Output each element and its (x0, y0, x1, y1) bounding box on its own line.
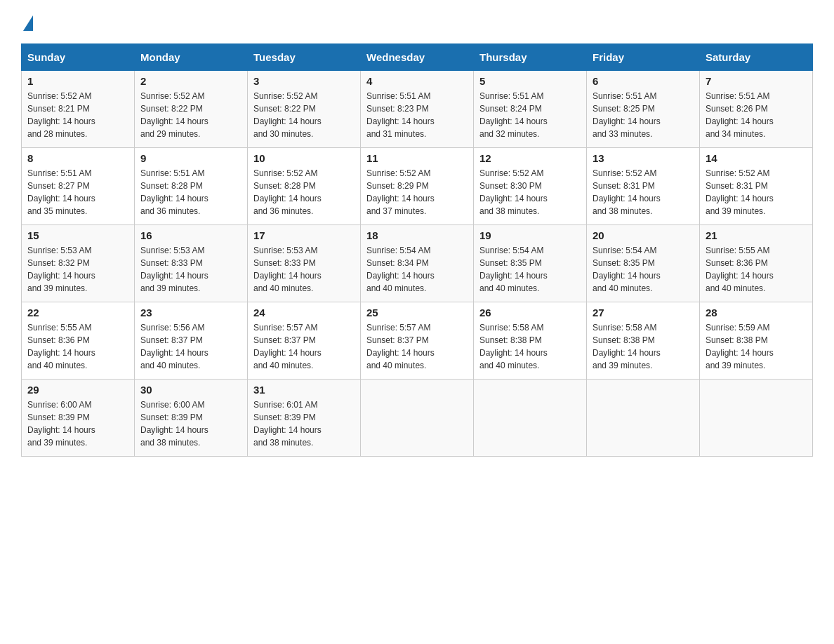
calendar-cell: 24 Sunrise: 5:57 AMSunset: 8:37 PMDaylig… (248, 302, 361, 380)
day-info: Sunrise: 5:53 AMSunset: 8:32 PMDaylight:… (27, 244, 128, 295)
day-info: Sunrise: 5:52 AMSunset: 8:22 PMDaylight:… (253, 90, 355, 140)
day-info: Sunrise: 5:57 AMSunset: 8:37 PMDaylight:… (366, 321, 468, 372)
calendar-cell: 10 Sunrise: 5:52 AMSunset: 8:28 PMDaylig… (248, 148, 361, 225)
day-info: Sunrise: 5:54 AMSunset: 8:34 PMDaylight:… (366, 244, 468, 295)
calendar-cell: 1 Sunrise: 5:52 AMSunset: 8:21 PMDayligh… (22, 71, 135, 148)
calendar-cell: 19 Sunrise: 5:54 AMSunset: 8:35 PMDaylig… (474, 225, 587, 302)
day-number: 23 (140, 307, 241, 318)
week-row-2: 8 Sunrise: 5:51 AMSunset: 8:27 PMDayligh… (22, 148, 813, 225)
day-number: 22 (27, 307, 128, 318)
header-day-wednesday: Wednesday (361, 44, 474, 71)
header-day-sunday: Sunday (22, 44, 135, 71)
day-number: 6 (593, 75, 694, 87)
day-number: 29 (27, 384, 128, 396)
day-number: 1 (27, 75, 128, 87)
day-number: 30 (140, 384, 241, 396)
day-number: 31 (253, 384, 355, 396)
week-row-1: 1 Sunrise: 5:52 AMSunset: 8:21 PMDayligh… (22, 71, 813, 148)
day-number: 11 (366, 152, 468, 164)
calendar-cell: 15 Sunrise: 5:53 AMSunset: 8:32 PMDaylig… (22, 225, 135, 302)
calendar-cell: 18 Sunrise: 5:54 AMSunset: 8:34 PMDaylig… (361, 225, 474, 302)
calendar-cell: 31 Sunrise: 6:01 AMSunset: 8:39 PMDaylig… (248, 380, 361, 457)
day-info: Sunrise: 5:53 AMSunset: 8:33 PMDaylight:… (253, 244, 355, 295)
day-number: 21 (706, 229, 807, 241)
day-number: 28 (706, 307, 807, 318)
day-info: Sunrise: 6:00 AMSunset: 8:39 PMDaylight:… (27, 398, 128, 449)
calendar-cell: 29 Sunrise: 6:00 AMSunset: 8:39 PMDaylig… (22, 380, 135, 457)
calendar-cell: 17 Sunrise: 5:53 AMSunset: 8:33 PMDaylig… (248, 225, 361, 302)
header-day-friday: Friday (587, 44, 700, 71)
header-day-tuesday: Tuesday (248, 44, 361, 71)
calendar-cell (587, 380, 700, 457)
header-day-thursday: Thursday (474, 44, 587, 71)
day-number: 3 (253, 75, 355, 87)
day-info: Sunrise: 5:51 AMSunset: 8:23 PMDaylight:… (366, 90, 468, 140)
day-info: Sunrise: 6:00 AMSunset: 8:39 PMDaylight:… (140, 398, 241, 449)
logo-triangle-icon (23, 15, 33, 31)
calendar-body: 1 Sunrise: 5:52 AMSunset: 8:21 PMDayligh… (22, 71, 813, 457)
day-number: 17 (253, 229, 355, 241)
day-info: Sunrise: 5:52 AMSunset: 8:30 PMDaylight:… (479, 167, 581, 217)
calendar-cell (361, 380, 474, 457)
day-number: 26 (479, 307, 581, 318)
day-info: Sunrise: 5:58 AMSunset: 8:38 PMDaylight:… (593, 321, 694, 372)
day-number: 18 (366, 229, 468, 241)
day-info: Sunrise: 5:53 AMSunset: 8:33 PMDaylight:… (140, 244, 241, 295)
header-day-monday: Monday (135, 44, 248, 71)
day-info: Sunrise: 5:51 AMSunset: 8:27 PMDaylight:… (27, 167, 128, 217)
day-number: 10 (253, 152, 355, 164)
logo-top (21, 14, 33, 31)
day-number: 24 (253, 307, 355, 318)
calendar-cell: 9 Sunrise: 5:51 AMSunset: 8:28 PMDayligh… (135, 148, 248, 225)
week-row-3: 15 Sunrise: 5:53 AMSunset: 8:32 PMDaylig… (22, 225, 813, 302)
calendar-cell: 23 Sunrise: 5:56 AMSunset: 8:37 PMDaylig… (135, 302, 248, 380)
calendar-cell: 14 Sunrise: 5:52 AMSunset: 8:31 PMDaylig… (700, 148, 813, 225)
calendar-cell: 7 Sunrise: 5:51 AMSunset: 8:26 PMDayligh… (700, 71, 813, 148)
calendar-cell: 3 Sunrise: 5:52 AMSunset: 8:22 PMDayligh… (248, 71, 361, 148)
day-info: Sunrise: 5:52 AMSunset: 8:31 PMDaylight:… (706, 167, 807, 217)
calendar-cell: 12 Sunrise: 5:52 AMSunset: 8:30 PMDaylig… (474, 148, 587, 225)
day-info: Sunrise: 5:51 AMSunset: 8:24 PMDaylight:… (479, 90, 581, 140)
day-number: 19 (479, 229, 581, 241)
day-number: 2 (140, 75, 241, 87)
logo (21, 14, 33, 29)
day-number: 16 (140, 229, 241, 241)
day-number: 15 (27, 229, 128, 241)
calendar-cell: 16 Sunrise: 5:53 AMSunset: 8:33 PMDaylig… (135, 225, 248, 302)
week-row-4: 22 Sunrise: 5:55 AMSunset: 8:36 PMDaylig… (22, 302, 813, 380)
calendar-cell: 5 Sunrise: 5:51 AMSunset: 8:24 PMDayligh… (474, 71, 587, 148)
header-row: SundayMondayTuesdayWednesdayThursdayFrid… (22, 44, 813, 71)
day-info: Sunrise: 5:56 AMSunset: 8:37 PMDaylight:… (140, 321, 241, 372)
day-info: Sunrise: 5:52 AMSunset: 8:31 PMDaylight:… (593, 167, 694, 217)
day-number: 27 (593, 307, 694, 318)
day-info: Sunrise: 5:52 AMSunset: 8:22 PMDaylight:… (140, 90, 241, 140)
day-info: Sunrise: 5:55 AMSunset: 8:36 PMDaylight:… (27, 321, 128, 372)
day-info: Sunrise: 5:51 AMSunset: 8:28 PMDaylight:… (140, 167, 241, 217)
week-row-5: 29 Sunrise: 6:00 AMSunset: 8:39 PMDaylig… (22, 380, 813, 457)
calendar-cell: 21 Sunrise: 5:55 AMSunset: 8:36 PMDaylig… (700, 225, 813, 302)
calendar-cell: 26 Sunrise: 5:58 AMSunset: 8:38 PMDaylig… (474, 302, 587, 380)
day-number: 20 (593, 229, 694, 241)
calendar-cell (700, 380, 813, 457)
day-info: Sunrise: 5:54 AMSunset: 8:35 PMDaylight:… (593, 244, 694, 295)
day-info: Sunrise: 5:54 AMSunset: 8:35 PMDaylight:… (479, 244, 581, 295)
day-info: Sunrise: 5:58 AMSunset: 8:38 PMDaylight:… (479, 321, 581, 372)
day-info: Sunrise: 5:55 AMSunset: 8:36 PMDaylight:… (706, 244, 807, 295)
day-number: 9 (140, 152, 241, 164)
calendar-cell: 25 Sunrise: 5:57 AMSunset: 8:37 PMDaylig… (361, 302, 474, 380)
day-number: 5 (479, 75, 581, 87)
calendar-cell: 22 Sunrise: 5:55 AMSunset: 8:36 PMDaylig… (22, 302, 135, 380)
calendar-cell: 11 Sunrise: 5:52 AMSunset: 8:29 PMDaylig… (361, 148, 474, 225)
day-number: 8 (27, 152, 128, 164)
day-info: Sunrise: 5:57 AMSunset: 8:37 PMDaylight:… (253, 321, 355, 372)
day-number: 4 (366, 75, 468, 87)
calendar-cell: 20 Sunrise: 5:54 AMSunset: 8:35 PMDaylig… (587, 225, 700, 302)
calendar-table: SundayMondayTuesdayWednesdayThursdayFrid… (21, 43, 813, 457)
calendar-cell: 13 Sunrise: 5:52 AMSunset: 8:31 PMDaylig… (587, 148, 700, 225)
day-info: Sunrise: 5:52 AMSunset: 8:28 PMDaylight:… (253, 167, 355, 217)
calendar-cell: 28 Sunrise: 5:59 AMSunset: 8:38 PMDaylig… (700, 302, 813, 380)
day-info: Sunrise: 5:59 AMSunset: 8:38 PMDaylight:… (706, 321, 807, 372)
calendar-cell: 2 Sunrise: 5:52 AMSunset: 8:22 PMDayligh… (135, 71, 248, 148)
calendar-cell: 6 Sunrise: 5:51 AMSunset: 8:25 PMDayligh… (587, 71, 700, 148)
page-header (21, 14, 813, 29)
